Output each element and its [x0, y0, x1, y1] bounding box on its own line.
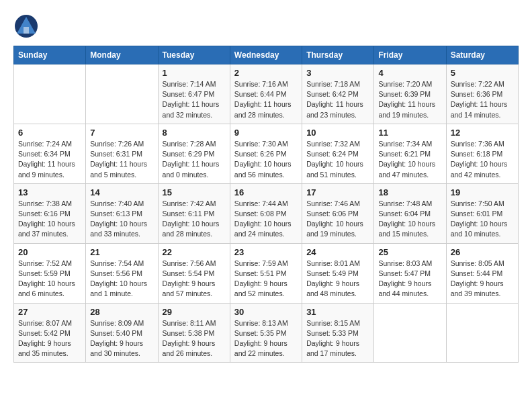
- day-cell: 3 Sunrise: 7:18 AM Sunset: 6:42 PM Dayli…: [302, 64, 374, 124]
- day-detail: Sunrise: 7:26 AM Sunset: 6:31 PM Dayligh…: [90, 139, 153, 180]
- day-cell: 19 Sunrise: 7:50 AM Sunset: 6:01 PM Dayl…: [446, 183, 518, 243]
- day-detail: Sunrise: 8:03 AM Sunset: 5:47 PM Dayligh…: [378, 259, 441, 300]
- day-cell: 5 Sunrise: 7:22 AM Sunset: 6:36 PM Dayli…: [446, 64, 518, 124]
- day-number: 29: [163, 307, 226, 317]
- week-row-5: 27 Sunrise: 8:07 AM Sunset: 5:42 PM Dayl…: [14, 303, 519, 363]
- day-cell: 9 Sunrise: 7:30 AM Sunset: 6:26 PM Dayli…: [230, 124, 302, 183]
- day-detail: Sunrise: 7:52 AM Sunset: 5:59 PM Dayligh…: [18, 259, 81, 300]
- day-number: 2: [234, 68, 298, 78]
- day-cell: 12 Sunrise: 7:36 AM Sunset: 6:18 PM Dayl…: [446, 124, 518, 183]
- day-cell: 22 Sunrise: 7:56 AM Sunset: 5:54 PM Dayl…: [158, 243, 230, 303]
- day-number: 23: [234, 247, 298, 257]
- day-number: 5: [451, 68, 514, 78]
- day-cell: [374, 303, 446, 363]
- day-cell: 14 Sunrise: 7:40 AM Sunset: 6:13 PM Dayl…: [86, 183, 158, 243]
- col-header-sunday: Sunday: [14, 46, 86, 64]
- col-header-tuesday: Tuesday: [158, 46, 230, 64]
- day-number: 14: [90, 187, 153, 197]
- day-cell: 25 Sunrise: 8:03 AM Sunset: 5:47 PM Dayl…: [374, 243, 446, 303]
- day-detail: Sunrise: 8:07 AM Sunset: 5:42 PM Dayligh…: [18, 318, 81, 359]
- day-detail: Sunrise: 7:59 AM Sunset: 5:51 PM Dayligh…: [234, 259, 298, 300]
- day-cell: 23 Sunrise: 7:59 AM Sunset: 5:51 PM Dayl…: [230, 243, 302, 303]
- day-cell: 13 Sunrise: 7:38 AM Sunset: 6:16 PM Dayl…: [14, 183, 86, 243]
- calendar-table: SundayMondayTuesdayWednesdayThursdayFrid…: [13, 46, 519, 363]
- logo-icon: [13, 13, 39, 39]
- day-number: 7: [90, 128, 153, 138]
- day-cell: 10 Sunrise: 7:32 AM Sunset: 6:24 PM Dayl…: [302, 124, 374, 183]
- day-detail: Sunrise: 8:01 AM Sunset: 5:49 PM Dayligh…: [306, 259, 369, 300]
- day-detail: Sunrise: 7:32 AM Sunset: 6:24 PM Dayligh…: [306, 139, 369, 180]
- day-number: 28: [90, 307, 153, 317]
- col-header-thursday: Thursday: [302, 46, 374, 64]
- day-cell: 8 Sunrise: 7:28 AM Sunset: 6:29 PM Dayli…: [158, 124, 230, 183]
- day-cell: 20 Sunrise: 7:52 AM Sunset: 5:59 PM Dayl…: [14, 243, 86, 303]
- day-detail: Sunrise: 7:22 AM Sunset: 6:36 PM Dayligh…: [451, 79, 514, 120]
- day-cell: 2 Sunrise: 7:16 AM Sunset: 6:44 PM Dayli…: [230, 64, 302, 124]
- day-number: 16: [234, 187, 298, 197]
- day-detail: Sunrise: 8:09 AM Sunset: 5:40 PM Dayligh…: [90, 318, 153, 359]
- day-detail: Sunrise: 7:42 AM Sunset: 6:11 PM Dayligh…: [163, 199, 226, 240]
- day-cell: 15 Sunrise: 7:42 AM Sunset: 6:11 PM Dayl…: [158, 183, 230, 243]
- day-detail: Sunrise: 7:20 AM Sunset: 6:39 PM Dayligh…: [378, 79, 441, 120]
- day-cell: 26 Sunrise: 8:05 AM Sunset: 5:44 PM Dayl…: [446, 243, 518, 303]
- day-number: 18: [378, 187, 441, 197]
- page-header: [13, 13, 519, 39]
- day-number: 30: [234, 307, 298, 317]
- day-number: 20: [18, 247, 81, 257]
- day-number: 8: [163, 128, 226, 138]
- day-number: 1: [163, 68, 226, 78]
- day-detail: Sunrise: 7:40 AM Sunset: 6:13 PM Dayligh…: [90, 199, 153, 240]
- day-cell: 30 Sunrise: 8:13 AM Sunset: 5:35 PM Dayl…: [230, 303, 302, 363]
- day-number: 12: [451, 128, 514, 138]
- day-number: 21: [90, 247, 153, 257]
- day-cell: 6 Sunrise: 7:24 AM Sunset: 6:34 PM Dayli…: [14, 124, 86, 183]
- week-row-2: 6 Sunrise: 7:24 AM Sunset: 6:34 PM Dayli…: [14, 124, 519, 183]
- day-cell: 1 Sunrise: 7:14 AM Sunset: 6:47 PM Dayli…: [158, 64, 230, 124]
- day-detail: Sunrise: 7:16 AM Sunset: 6:44 PM Dayligh…: [234, 79, 298, 120]
- day-detail: Sunrise: 8:15 AM Sunset: 5:33 PM Dayligh…: [306, 318, 369, 359]
- day-number: 25: [378, 247, 441, 257]
- day-detail: Sunrise: 7:14 AM Sunset: 6:47 PM Dayligh…: [163, 79, 226, 120]
- day-detail: Sunrise: 8:05 AM Sunset: 5:44 PM Dayligh…: [451, 259, 514, 300]
- day-number: 4: [378, 68, 441, 78]
- svg-rect-2: [24, 27, 29, 34]
- day-number: 24: [306, 247, 369, 257]
- day-detail: Sunrise: 7:50 AM Sunset: 6:01 PM Dayligh…: [451, 199, 514, 240]
- day-detail: Sunrise: 8:11 AM Sunset: 5:38 PM Dayligh…: [163, 318, 226, 359]
- day-number: 13: [18, 187, 81, 197]
- col-header-saturday: Saturday: [446, 46, 518, 64]
- day-detail: Sunrise: 7:44 AM Sunset: 6:08 PM Dayligh…: [234, 199, 298, 240]
- day-cell: 11 Sunrise: 7:34 AM Sunset: 6:21 PM Dayl…: [374, 124, 446, 183]
- day-detail: Sunrise: 7:48 AM Sunset: 6:04 PM Dayligh…: [378, 199, 441, 240]
- day-number: 26: [451, 247, 514, 257]
- day-detail: Sunrise: 7:56 AM Sunset: 5:54 PM Dayligh…: [163, 259, 226, 300]
- day-cell: 16 Sunrise: 7:44 AM Sunset: 6:08 PM Dayl…: [230, 183, 302, 243]
- day-cell: 21 Sunrise: 7:54 AM Sunset: 5:56 PM Dayl…: [86, 243, 158, 303]
- day-cell: 27 Sunrise: 8:07 AM Sunset: 5:42 PM Dayl…: [14, 303, 86, 363]
- day-detail: Sunrise: 7:34 AM Sunset: 6:21 PM Dayligh…: [378, 139, 441, 180]
- day-cell: [446, 303, 518, 363]
- day-number: 9: [234, 128, 298, 138]
- day-number: 10: [306, 128, 369, 138]
- day-cell: 17 Sunrise: 7:46 AM Sunset: 6:06 PM Dayl…: [302, 183, 374, 243]
- day-detail: Sunrise: 7:38 AM Sunset: 6:16 PM Dayligh…: [18, 199, 81, 240]
- day-number: 22: [163, 247, 226, 257]
- week-row-1: 1 Sunrise: 7:14 AM Sunset: 6:47 PM Dayli…: [14, 64, 519, 124]
- day-detail: Sunrise: 7:18 AM Sunset: 6:42 PM Dayligh…: [306, 79, 369, 120]
- week-row-3: 13 Sunrise: 7:38 AM Sunset: 6:16 PM Dayl…: [14, 183, 519, 243]
- day-cell: [14, 64, 86, 124]
- day-detail: Sunrise: 7:28 AM Sunset: 6:29 PM Dayligh…: [163, 139, 226, 180]
- day-number: 3: [306, 68, 369, 78]
- day-number: 19: [451, 187, 514, 197]
- day-detail: Sunrise: 7:54 AM Sunset: 5:56 PM Dayligh…: [90, 259, 153, 300]
- col-header-friday: Friday: [374, 46, 446, 64]
- day-number: 27: [18, 307, 81, 317]
- day-cell: [86, 64, 158, 124]
- week-row-4: 20 Sunrise: 7:52 AM Sunset: 5:59 PM Dayl…: [14, 243, 519, 303]
- day-cell: 7 Sunrise: 7:26 AM Sunset: 6:31 PM Dayli…: [86, 124, 158, 183]
- day-cell: 4 Sunrise: 7:20 AM Sunset: 6:39 PM Dayli…: [374, 64, 446, 124]
- day-number: 6: [18, 128, 81, 138]
- day-number: 11: [378, 128, 441, 138]
- day-detail: Sunrise: 8:13 AM Sunset: 5:35 PM Dayligh…: [234, 318, 298, 359]
- day-detail: Sunrise: 7:36 AM Sunset: 6:18 PM Dayligh…: [451, 139, 514, 180]
